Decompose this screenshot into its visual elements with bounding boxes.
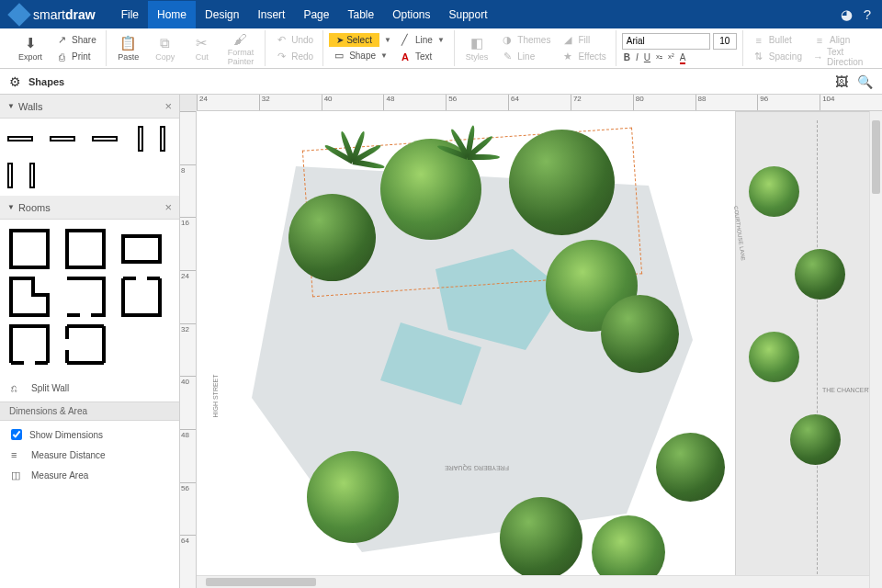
close-icon[interactable]: × (164, 99, 172, 113)
plan-label-street: HIGH STREET (212, 374, 219, 417)
format-painter-button[interactable]: 🖌Format Painter (222, 28, 260, 68)
logo-icon (7, 3, 30, 26)
measure-distance-tool[interactable]: ≡Measure Distance (0, 445, 179, 465)
landscape-plan: FREYBERG SQUARE HIGH STREET THE CHANCERY… (197, 111, 882, 588)
rooms-label: Rooms (18, 202, 51, 213)
print-button[interactable]: ⎙Print (51, 49, 100, 64)
ruler-tick: 24 (180, 270, 196, 323)
walls-shapes (0, 119, 179, 196)
vertical-scrollbar[interactable] (869, 111, 882, 588)
undo-button[interactable]: ↶Undo (271, 32, 317, 48)
copy-button[interactable]: ⧉Copy (149, 33, 182, 63)
wall-shape[interactable] (138, 126, 143, 152)
collapse-icon: ▼ (7, 203, 15, 211)
menubar-right: ◕ ? (841, 6, 871, 23)
ruler-tick: 64 (180, 535, 196, 588)
top-menubar: smartdraw File Home Design Insert Page T… (0, 0, 882, 28)
share-button[interactable]: ↗Share (51, 32, 100, 48)
line-style-button[interactable]: ✎Line (497, 49, 554, 64)
ruler-tick: 8 (180, 164, 196, 218)
export-button[interactable]: ⬇Export (13, 33, 48, 63)
align-button[interactable]: ≡Align (809, 32, 869, 48)
select-tool-button[interactable]: ➤Select (329, 33, 379, 47)
room-shape[interactable] (121, 277, 162, 317)
text-direction-button[interactable]: →Text Direction (809, 49, 869, 64)
search-icon[interactable]: 🔍 (857, 74, 873, 89)
notification-icon[interactable]: ◕ (841, 6, 853, 23)
font-color-button[interactable]: A (680, 52, 686, 64)
wall-shape[interactable] (160, 126, 165, 152)
app-logo: smartdraw (11, 6, 96, 23)
shapes-sidebar: ▼ Walls × ▼ Rooms × (0, 95, 180, 588)
styles-button[interactable]: ◧Styles (460, 33, 494, 63)
ribbon-group-clipboard: 📋Paste ⧉Copy ✂Cut 🖌Format Painter (107, 30, 266, 66)
gear-icon[interactable]: ⚙ (9, 74, 21, 89)
ruler-tick: 56 (180, 482, 196, 536)
menu-options[interactable]: Options (383, 1, 439, 28)
drawing-canvas[interactable]: FREYBERG SQUARE HIGH STREET THE CHANCERY… (197, 111, 882, 588)
measure-area-tool[interactable]: ◫Measure Area (0, 465, 179, 486)
menu-insert[interactable]: Insert (248, 1, 294, 28)
paste-button[interactable]: 📋Paste (112, 33, 145, 63)
horizontal-scrollbar[interactable] (197, 575, 869, 588)
bullet-button[interactable]: ≡Bullet (749, 32, 806, 48)
help-icon[interactable]: ? (864, 6, 871, 22)
ruler-tick: 16 (180, 217, 196, 270)
line-tool-button[interactable]: ╱Line▼ (395, 32, 448, 48)
shapes-header: ⚙ Shapes 🖼 🔍 (0, 69, 882, 95)
room-shape[interactable] (65, 277, 106, 317)
svg-rect-1 (67, 231, 104, 267)
ribbon-group-tools: ➤Select ▼ ▭Shape▼ ╱Line▼ AText (323, 30, 455, 66)
select-dropdown-icon[interactable]: ▼ (384, 36, 391, 44)
italic-button[interactable]: I (636, 52, 639, 64)
fill-button[interactable]: ◢Fill (558, 32, 609, 48)
ribbon-group-file: ⬇Export ↗Share ⎙Print (7, 30, 107, 66)
room-shape[interactable] (65, 324, 106, 365)
room-shape[interactable] (9, 229, 50, 269)
room-shape[interactable] (9, 277, 50, 317)
split-wall-tool[interactable]: ⎌Split Wall (0, 378, 179, 398)
room-shape[interactable] (65, 229, 106, 269)
ruler-tick: 104 (820, 95, 882, 110)
wall-shape[interactable] (92, 136, 118, 141)
text-tool-button[interactable]: AText (395, 49, 448, 64)
cut-button[interactable]: ✂Cut (186, 33, 219, 63)
superscript-button[interactable]: x² (668, 52, 674, 64)
effects-button[interactable]: ★Effects (558, 49, 609, 64)
spacing-button[interactable]: ⇅Spacing (749, 49, 806, 64)
menu-support[interactable]: Support (440, 1, 497, 28)
ruler-tick: 80 (633, 95, 695, 110)
menu-table[interactable]: Table (338, 1, 383, 28)
shape-tool-button[interactable]: ▭Shape▼ (329, 48, 391, 63)
font-name-input[interactable] (622, 33, 710, 50)
show-dim-checkbox[interactable] (11, 429, 22, 440)
canvas-area: 24324048566472808896104 816243240485664 (180, 95, 882, 588)
ribbon-group-paragraph: ≡Bullet ⇅Spacing ≡Align →Text Direction (743, 30, 876, 66)
wall-shape[interactable] (29, 163, 35, 188)
ruler-tick: 64 (508, 95, 571, 110)
show-dimensions-toggle[interactable]: Show Dimensions (0, 424, 179, 445)
walls-panel-header[interactable]: ▼ Walls × (0, 95, 179, 119)
menu-design[interactable]: Design (196, 1, 248, 28)
font-size-input[interactable] (713, 33, 737, 50)
close-icon[interactable]: × (164, 200, 172, 214)
wall-shape[interactable] (7, 136, 33, 141)
subscript-button[interactable]: x₂ (656, 52, 662, 64)
themes-button[interactable]: ◑Themes (497, 32, 554, 48)
image-icon[interactable]: 🖼 (835, 74, 848, 89)
redo-button[interactable]: ↷Redo (271, 49, 317, 64)
room-shape[interactable] (9, 324, 50, 365)
ruler-tick: 32 (259, 95, 322, 110)
menu-file[interactable]: File (112, 1, 148, 28)
wall-shape[interactable] (50, 136, 75, 141)
underline-button[interactable]: U (644, 52, 650, 64)
ruler-tick: 32 (180, 323, 196, 377)
menu-home[interactable]: Home (148, 1, 196, 28)
svg-rect-2 (123, 236, 160, 262)
menu-page[interactable]: Page (294, 1, 338, 28)
room-shape[interactable] (121, 229, 162, 269)
bold-button[interactable]: B (624, 52, 630, 64)
vertical-ruler: 816243240485664 (180, 111, 197, 588)
rooms-panel-header[interactable]: ▼ Rooms × (0, 196, 179, 220)
wall-shape[interactable] (7, 163, 13, 188)
